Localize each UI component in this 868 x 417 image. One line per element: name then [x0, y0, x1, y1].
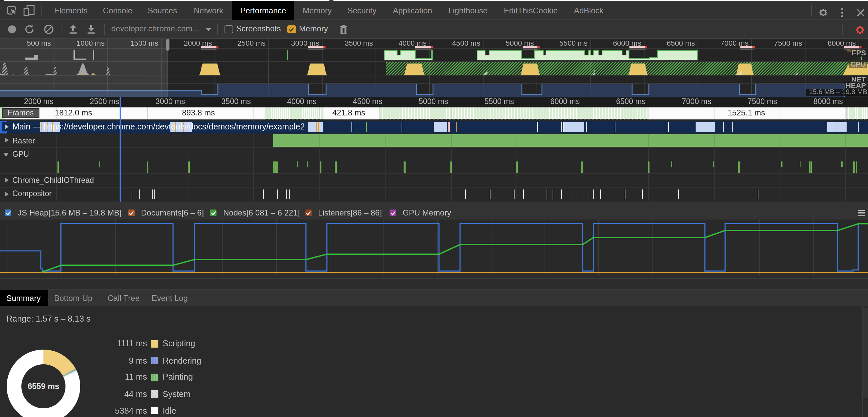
- svg-text:5500 ms: 5500 ms: [559, 39, 587, 47]
- svg-text:2500 ms: 2500 ms: [238, 39, 266, 47]
- svg-text:7500 ms: 7500 ms: [774, 39, 802, 47]
- svg-text:8000 ms: 8000 ms: [828, 39, 856, 47]
- svg-text:6000 ms: 6000 ms: [613, 39, 641, 47]
- svg-text:4000 ms: 4000 ms: [398, 39, 426, 47]
- svg-text:2000 ms: 2000 ms: [184, 39, 212, 47]
- svg-text:6500 ms: 6500 ms: [666, 39, 694, 47]
- svg-text:3000 ms: 3000 ms: [291, 39, 319, 47]
- svg-text:5000 ms: 5000 ms: [506, 39, 534, 47]
- svg-text:4500 ms: 4500 ms: [452, 39, 480, 47]
- svg-text:3500 ms: 3500 ms: [345, 39, 373, 47]
- svg-text:7000 ms: 7000 ms: [720, 39, 748, 47]
